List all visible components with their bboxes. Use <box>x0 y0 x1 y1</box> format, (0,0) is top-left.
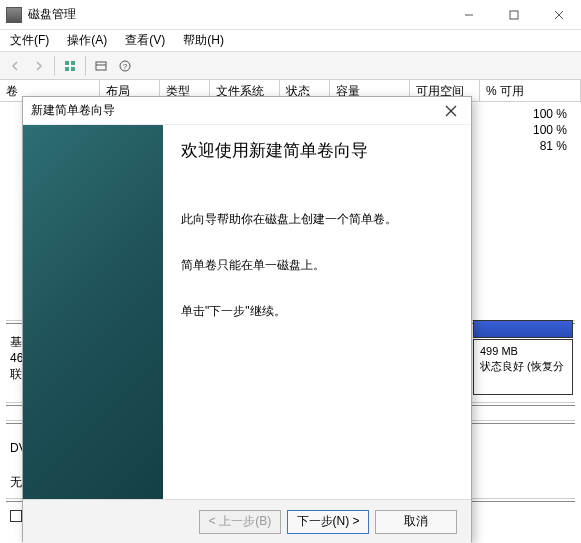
wizard-heading: 欢迎使用新建简单卷向导 <box>181 139 453 162</box>
next-button[interactable]: 下一步(N) > <box>287 510 369 534</box>
menu-view[interactable]: 查看(V) <box>121 30 169 51</box>
wizard-paragraph-1: 此向导帮助你在磁盘上创建一个简单卷。 <box>181 210 453 228</box>
svg-rect-5 <box>71 61 75 65</box>
help-icon[interactable]: ? <box>114 55 136 77</box>
legend-icon <box>10 510 22 522</box>
window-title: 磁盘管理 <box>28 6 76 23</box>
minimize-button[interactable] <box>446 0 491 30</box>
view-icon[interactable] <box>59 55 81 77</box>
svg-rect-8 <box>96 62 106 70</box>
wizard-paragraph-2: 简单卷只能在单一磁盘上。 <box>181 256 453 274</box>
wizard-close-button[interactable] <box>439 99 463 123</box>
svg-rect-7 <box>71 67 75 71</box>
svg-text:?: ? <box>123 62 128 71</box>
col-pct[interactable]: % 可用 <box>480 80 581 101</box>
wizard-content: 欢迎使用新建简单卷向导 此向导帮助你在磁盘上创建一个简单卷。 简单卷只能在单一磁… <box>163 125 471 499</box>
wizard-title: 新建简单卷向导 <box>31 102 115 119</box>
partition-info[interactable]: 499 MB 状态良好 (恢复分 <box>473 339 573 395</box>
menu-action[interactable]: 操作(A) <box>63 30 111 51</box>
wizard-paragraph-3: 单击"下一步"继续。 <box>181 302 453 320</box>
toolbar: ? <box>0 52 581 80</box>
row-pct-1: 100 % <box>533 122 567 138</box>
wizard-footer: < 上一步(B) 下一步(N) > 取消 <box>23 499 471 543</box>
maximize-button[interactable] <box>491 0 536 30</box>
disk-partition-box: 499 MB 状态良好 (恢复分 <box>473 320 573 395</box>
svg-rect-1 <box>510 11 518 19</box>
menu-help[interactable]: 帮助(H) <box>179 30 228 51</box>
row-pct-2: 81 % <box>540 138 567 154</box>
wizard-dialog: 新建简单卷向导 欢迎使用新建简单卷向导 此向导帮助你在磁盘上创建一个简单卷。 简… <box>22 96 472 542</box>
partition-status: 状态良好 (恢复分 <box>480 359 566 374</box>
close-button[interactable] <box>536 0 581 30</box>
menu-bar: 文件(F) 操作(A) 查看(V) 帮助(H) <box>0 30 581 52</box>
back-button: < 上一步(B) <box>199 510 281 534</box>
svg-rect-6 <box>65 67 69 71</box>
back-icon <box>4 55 26 77</box>
cancel-button[interactable]: 取消 <box>375 510 457 534</box>
partition-size: 499 MB <box>480 344 566 359</box>
nomedia-label: 无 <box>10 474 22 490</box>
forward-icon <box>28 55 50 77</box>
refresh-icon[interactable] <box>90 55 112 77</box>
svg-rect-4 <box>65 61 69 65</box>
app-icon <box>6 7 22 23</box>
menu-file[interactable]: 文件(F) <box>6 30 53 51</box>
wizard-side-banner <box>23 125 163 499</box>
allocation-bar <box>473 320 573 338</box>
main-titlebar: 磁盘管理 <box>0 0 581 30</box>
wizard-titlebar: 新建简单卷向导 <box>23 97 471 125</box>
row-pct-0: 100 % <box>533 106 567 122</box>
